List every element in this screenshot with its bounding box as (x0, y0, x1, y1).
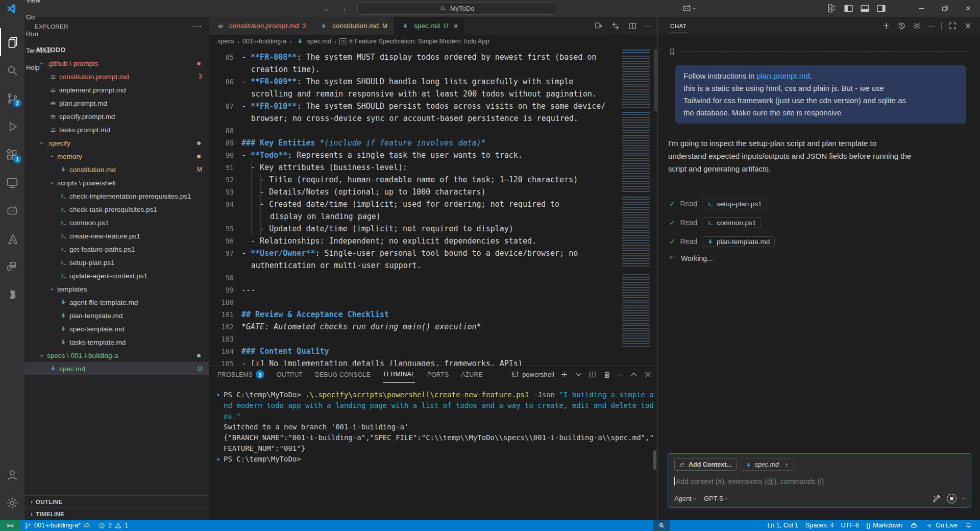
panel-tab-azure[interactable]: AZURE (461, 366, 483, 383)
copilot-status[interactable] (906, 520, 922, 531)
activity-python[interactable] (0, 253, 24, 281)
open-changes-icon[interactable] (594, 21, 603, 31)
breadcrumb-item[interactable]: specs (217, 38, 234, 45)
tree-item-templates[interactable]: ›templates (24, 282, 209, 296)
chat-history-icon[interactable] (897, 21, 906, 30)
copilot-menu-button[interactable]: › (682, 4, 696, 13)
shell-integration-icon[interactable] (215, 456, 221, 462)
chat-more-actions-icon[interactable]: ··· (928, 22, 935, 30)
file-chip-setup-plan.ps1[interactable]: setup-plan.ps1 (702, 199, 767, 209)
panel-more-actions-icon[interactable]: ··· (617, 371, 624, 378)
customize-layout-icon[interactable] (827, 3, 838, 14)
tab-constitution.md[interactable]: constitution.mdM (312, 17, 394, 35)
command-decoration-icon[interactable] (215, 392, 221, 398)
tree-item-implement-prompt-md[interactable]: ≡implement.prompt.md (24, 83, 209, 96)
remote-indicator[interactable]: >< (0, 520, 20, 531)
menu-view[interactable]: View (21, 0, 58, 9)
chevron-down-icon[interactable]: › (960, 497, 967, 499)
panel-tab-terminal[interactable]: TERMINAL (383, 366, 415, 383)
toggle-primary-sidebar-icon[interactable] (843, 3, 854, 14)
activity-run-and-debug[interactable] (0, 112, 24, 140)
activity-extension-b[interactable] (0, 281, 24, 309)
tree-item-get-feature-paths-ps1[interactable]: get-feature-paths.ps1 (24, 243, 209, 256)
tab-chat[interactable]: CHAT (669, 19, 688, 33)
tree-item-update-agent-context-ps1[interactable]: update-agent-context.ps1 (24, 269, 209, 282)
tree-item-memory[interactable]: ›memory (24, 150, 209, 163)
tree-item-tasks-template-md[interactable]: tasks-template.md (24, 335, 209, 349)
panel-tab-output[interactable]: OUTPUT (277, 366, 303, 383)
activity-accounts[interactable] (0, 461, 24, 489)
forward-icon[interactable]: → (339, 4, 347, 13)
encoding[interactable]: UTF-8 (837, 520, 862, 531)
add-icon[interactable]: ＋ (783, 461, 790, 469)
tree-item-common-ps1[interactable]: common.ps1 (24, 216, 209, 229)
code-editor[interactable]: 85- **FR-008**: The system MUST display … (209, 48, 657, 366)
tree-item-spec-template-md[interactable]: spec-template.md (24, 322, 209, 335)
activity-remote-explorer[interactable] (0, 168, 24, 197)
tree-item-specify-prompt-md[interactable]: ≡specify.prompt.md (24, 110, 209, 123)
activity-source-control[interactable]: 2 (0, 84, 24, 112)
tree-item-agent-file-template-md[interactable]: agent-file-template.md (24, 296, 209, 309)
minimap[interactable] (622, 50, 653, 350)
breadcrumb-item[interactable]: 001-i-building-a (242, 38, 286, 45)
terminal-profile-dropdown-icon[interactable] (574, 370, 583, 379)
model-dropdown[interactable]: GPT-5› (704, 495, 727, 502)
tree-item-spec-md[interactable]: spec.mdU (24, 362, 209, 375)
tools-icon[interactable] (932, 494, 941, 503)
more-actions-icon[interactable]: ··· (192, 22, 202, 31)
timeline-section[interactable]: ›TIMELINE (24, 508, 209, 520)
context-chip-current-file[interactable]: spec.md ＋ (741, 458, 795, 471)
close-panel-icon[interactable] (644, 370, 652, 379)
problems-indicator[interactable]: 2 1 (94, 520, 132, 531)
file-chip-common.ps1[interactable]: common.ps1 (702, 218, 761, 228)
tree-item-constitution-md[interactable]: constitution.mdM (24, 163, 209, 176)
editor-scrollbar[interactable] (654, 50, 657, 111)
tree-item-tasks-prompt-md[interactable]: ≡tasks.prompt.md (24, 123, 209, 136)
file-chip-plan-template.md[interactable]: plan-template.md (702, 236, 775, 247)
tree-item-scripts-powershell[interactable]: ›scripts \ powershell (24, 176, 209, 189)
indentation[interactable]: Spaces: 4 (802, 520, 838, 531)
editor-more-actions-icon[interactable]: ··· (645, 22, 651, 30)
cursor-position[interactable]: Ln 1, Col 1 (764, 520, 801, 531)
close-window-button[interactable]: × (957, 0, 980, 17)
activity-copilot-edits[interactable] (0, 197, 24, 225)
notifications-bell[interactable] (961, 520, 976, 531)
chat-text-input[interactable]: Add context (#), extensions (@), command… (674, 477, 965, 486)
file-link[interactable]: plan.prompt.md (756, 71, 810, 80)
menu-help[interactable]: Help (21, 59, 58, 76)
language-mode[interactable]: {}Markdown (863, 520, 906, 531)
activity-azure[interactable] (0, 225, 24, 253)
go-live-button[interactable]: Go Live (922, 520, 961, 531)
close-tab-icon[interactable]: × (454, 21, 458, 30)
toggle-secondary-sidebar-icon[interactable] (876, 3, 887, 14)
maximize-chat-icon[interactable] (948, 21, 957, 30)
panel-tab-problems[interactable]: PROBLEMS3 (217, 366, 264, 383)
tree-item-specs-001-i-building-a[interactable]: ›specs \ 001-i-building-a (24, 349, 209, 362)
compare-changes-icon[interactable] (611, 21, 620, 31)
activity-settings[interactable] (0, 489, 24, 517)
minimize-button[interactable] (910, 0, 933, 17)
tab-constitution.prompt.md[interactable]: ≡constitution.prompt.md3 (209, 17, 312, 35)
add-context-button[interactable]: Add Context... (674, 458, 737, 471)
close-chat-icon[interactable] (964, 21, 972, 30)
menu-terminal[interactable]: Terminal (21, 42, 58, 59)
terminal-scrollbar[interactable] (653, 450, 656, 470)
stop-button[interactable] (947, 494, 957, 503)
activity-search[interactable] (0, 56, 24, 84)
tree-item-setup-plan-ps1[interactable]: setup-plan.ps1 (24, 256, 209, 269)
activity-explorer[interactable] (0, 28, 24, 56)
tree-item-plan-template-md[interactable]: plan-template.md (24, 309, 209, 322)
breadcrumb-item[interactable]: m# Feature Specification: Simple Modern … (339, 38, 489, 45)
terminal-profile-label[interactable]: powershell (511, 370, 554, 379)
outline-section[interactable]: ›OUTLINE (24, 495, 209, 508)
restore-button[interactable] (933, 0, 957, 17)
split-editor-icon[interactable] (628, 21, 637, 31)
mode-dropdown[interactable]: Agent› (674, 495, 696, 502)
branch-indicator[interactable]: 001-i-building-a* (20, 520, 94, 531)
chat-input-box[interactable]: Add Context... spec.md ＋ Add context (#)… (668, 453, 971, 508)
toggle-panel-icon[interactable] (860, 3, 870, 14)
menu-go[interactable]: Go (21, 9, 58, 26)
bookmark-icon[interactable] (668, 47, 676, 56)
command-center-search[interactable]: MyToDo (357, 2, 556, 15)
new-terminal-icon[interactable] (560, 370, 569, 379)
